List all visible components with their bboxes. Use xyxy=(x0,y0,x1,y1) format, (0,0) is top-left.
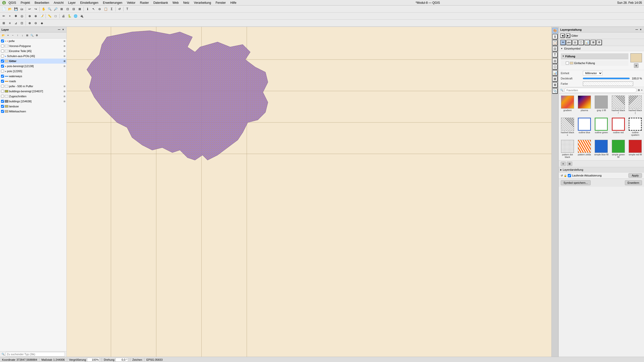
deselect-btn[interactable]: ⊖ xyxy=(97,6,102,12)
open-project-btn[interactable]: 📂 xyxy=(7,6,13,12)
layer-item-voronoi[interactable]: Voronoi-Polygone ⊡ xyxy=(0,43,66,49)
layer-item-pois-bereinigt[interactable]: ● pois-bereinigt [12138] ⊡ xyxy=(0,64,66,69)
edit-btn[interactable]: ✏ xyxy=(1,13,7,19)
menu-netz[interactable]: Netz xyxy=(181,1,191,5)
layer-checkbox-voronoi[interactable] xyxy=(1,44,4,48)
symbol-save-btn[interactable]: Symbol speichern... xyxy=(561,180,591,185)
layer-checkbox-pofw-puffer[interactable] xyxy=(1,85,4,88)
layer-item-mittelsachsen[interactable]: Mittelsachsen xyxy=(0,109,66,114)
style-abc-btn[interactable]: abc xyxy=(566,40,572,45)
source-icon-btn[interactable]: 📋 xyxy=(552,40,558,46)
farbe-color-bar[interactable] xyxy=(583,81,633,86)
epsg-item[interactable]: EPSG:35833 xyxy=(146,358,163,361)
label-icon-btn[interactable]: T xyxy=(552,52,558,58)
zoom-full-btn[interactable]: ⊞ xyxy=(59,6,64,12)
zoom-selection-btn[interactable]: ⊡ xyxy=(65,6,70,12)
layer-item-zugeschnitten[interactable]: Zugeschnitten ⊡ xyxy=(0,94,66,99)
favoriten-options-btn[interactable]: ⚙ xyxy=(638,89,640,92)
drehung-input[interactable] xyxy=(115,358,128,362)
layer-item-pois[interactable]: ● pois [12265] xyxy=(0,69,66,74)
style-forward-btn[interactable]: ▶ xyxy=(566,33,570,38)
layer-checkbox-schulen[interactable] xyxy=(1,55,4,58)
zoom-layer-btn[interactable]: ⊟ xyxy=(71,6,76,12)
favoriten-search-input[interactable] xyxy=(564,88,637,93)
layer-checkbox-mittelsachsen[interactable] xyxy=(1,110,4,113)
fuellung-checkbox[interactable] xyxy=(566,62,569,65)
label-btn[interactable]: T xyxy=(125,6,130,12)
mask-icon-btn[interactable]: ◎ xyxy=(552,58,558,64)
layer-remove-btn[interactable]: − xyxy=(11,33,15,38)
layer-filter-btn[interactable]: 🔍 xyxy=(30,33,34,38)
style-icon-btn[interactable]: 🎨 xyxy=(552,28,558,33)
symbol-simple-blue[interactable]: simple blue fill xyxy=(594,139,609,159)
erweitern-btn[interactable]: Erweitern xyxy=(625,180,642,185)
3d-icon-btn[interactable]: ⬡ xyxy=(552,64,558,70)
einfache-fuellung-row[interactable]: Einfache Füllung xyxy=(561,60,628,66)
layer-checkbox-gitter[interactable] xyxy=(1,60,4,63)
statistics-btn[interactable]: Σ xyxy=(109,6,114,12)
select-btn[interactable]: ↖ xyxy=(91,6,96,12)
layer-group-btn[interactable]: ⊞ xyxy=(25,33,29,38)
save-project-btn[interactable]: 💾 xyxy=(13,6,19,12)
redo-btn[interactable]: ↪ xyxy=(33,6,38,12)
layer-item-buildings[interactable]: buildings [154638] ⊡ xyxy=(0,99,66,104)
digitize-btn[interactable]: ⊗ xyxy=(33,13,38,19)
symbol-icon-btn[interactable]: ⊡ xyxy=(552,46,558,52)
symbol-plasma[interactable]: plasma xyxy=(577,95,592,115)
layer-checkbox-pois-bereinigt[interactable] xyxy=(1,65,4,68)
save-as-btn[interactable]: 🗂 xyxy=(19,6,25,12)
browser-btn[interactable]: 🌐 xyxy=(73,13,78,19)
layer-item-roads[interactable]: roads xyxy=(0,79,66,84)
menu-erweiterungen[interactable]: Erweiterungen xyxy=(101,1,124,5)
pan-btn[interactable]: ✋ xyxy=(41,6,46,12)
layer-checkbox-einzelne[interactable] xyxy=(1,50,4,53)
menu-datenbank[interactable]: Datenbank xyxy=(151,1,170,5)
color-preview-large[interactable] xyxy=(630,53,642,62)
measure-area-btn[interactable]: □ xyxy=(53,13,58,19)
symbol-gradient[interactable]: gradient xyxy=(560,95,575,115)
apply-btn[interactable]: Apply xyxy=(628,173,642,178)
print-btn[interactable]: 🖨 xyxy=(61,13,66,19)
menu-qgis[interactable]: QGIS xyxy=(7,1,18,5)
layer-panel-close[interactable]: × xyxy=(61,28,65,31)
feature-form-btn[interactable]: 📝 xyxy=(39,13,45,19)
menu-einstellungen[interactable]: Einstellungen xyxy=(78,1,100,5)
rendering-icon-btn[interactable]: ⚙ xyxy=(552,82,558,88)
menu-vektor[interactable]: Vektor xyxy=(125,1,137,5)
symbol-zelda[interactable]: pattern zelda xyxy=(577,139,592,159)
zoom-in-btn[interactable]: 🔍 xyxy=(47,6,52,12)
symbol-outline-green[interactable]: outline green xyxy=(594,117,609,137)
fuellung-arrow[interactable]: ▼ xyxy=(562,55,564,57)
attributes-btn[interactable]: 📋 xyxy=(103,6,108,12)
spatial2-btn[interactable]: ⊖ xyxy=(33,20,38,26)
snap-btn[interactable]: ⊕ xyxy=(27,13,32,19)
add-feature-btn[interactable]: + xyxy=(7,13,13,19)
layer-item-waterways[interactable]: waterways xyxy=(0,74,66,79)
style-panel-minimize[interactable]: — xyxy=(635,28,638,31)
metadata-icon-btn[interactable]: 📎 xyxy=(552,88,558,94)
layer-checkbox-buildings[interactable] xyxy=(1,100,4,103)
map-canvas[interactable] xyxy=(67,27,551,357)
symbol-hashed-fwd[interactable]: hashed black / xyxy=(611,95,626,115)
layer-checkbox-pois[interactable] xyxy=(1,70,4,73)
node-tool-btn[interactable]: ◎ xyxy=(19,13,25,19)
layer-order-btn[interactable]: ≡ xyxy=(7,20,13,26)
diagram-icon-btn[interactable]: 📊 xyxy=(552,70,558,76)
layer-checkbox-pofw[interactable] xyxy=(1,39,4,42)
menu-ansicht[interactable]: Ansicht xyxy=(52,1,65,5)
new-project-btn[interactable]: 📄 xyxy=(1,6,7,12)
symbol-gray3[interactable]: gray 3 fill xyxy=(594,95,609,115)
layer-item-pofw-puffer[interactable]: pofw - 500 m Puffer ⊡ xyxy=(0,84,66,89)
python-btn[interactable]: 🐍 xyxy=(67,13,72,19)
einzelsymbol-arrow[interactable]: ▼ xyxy=(561,48,563,50)
layer-down-btn[interactable]: ↓ xyxy=(20,33,25,38)
plugin-btn[interactable]: 🔌 xyxy=(79,13,84,19)
deckkraft-slider[interactable] xyxy=(583,78,630,79)
menu-hilfe[interactable]: Hilfe xyxy=(228,1,238,5)
symbol-list-btn[interactable]: ≡ xyxy=(561,162,566,166)
symbol-hashed-x[interactable]: hashed black x xyxy=(560,117,575,137)
layer-checkbox-landuse[interactable] xyxy=(1,105,4,108)
layer-item-pofw[interactable]: ● ● pofw ⊡ xyxy=(0,38,66,43)
symbol-outline-pattern[interactable]: outline spattern xyxy=(628,117,643,137)
zoom-native-btn[interactable]: ⊠ xyxy=(77,6,83,12)
